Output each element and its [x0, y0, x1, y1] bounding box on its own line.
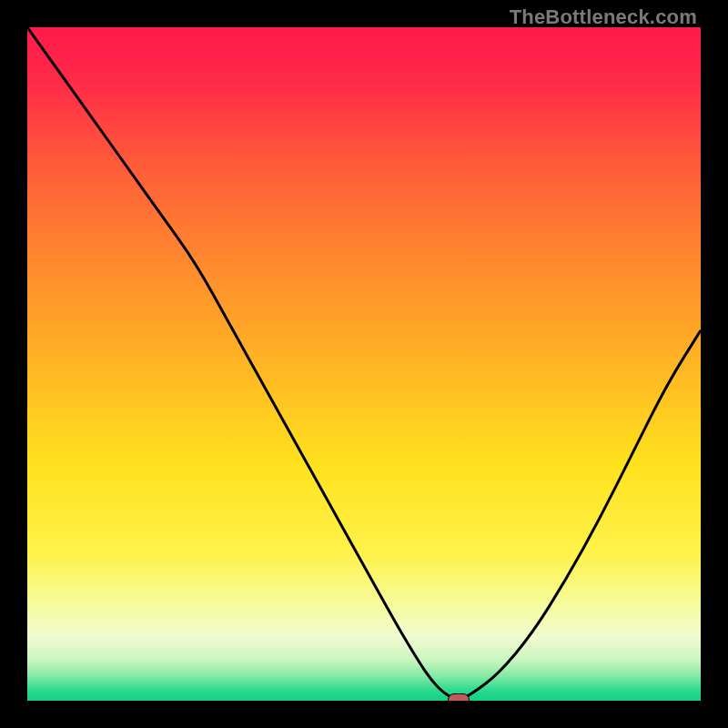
chart-frame: TheBottleneck.com	[0, 0, 728, 728]
chart-svg	[27, 27, 701, 701]
watermark-text: TheBottleneck.com	[510, 5, 697, 29]
min-marker	[448, 693, 470, 701]
plot-area	[27, 27, 701, 701]
gradient-background	[27, 27, 701, 701]
